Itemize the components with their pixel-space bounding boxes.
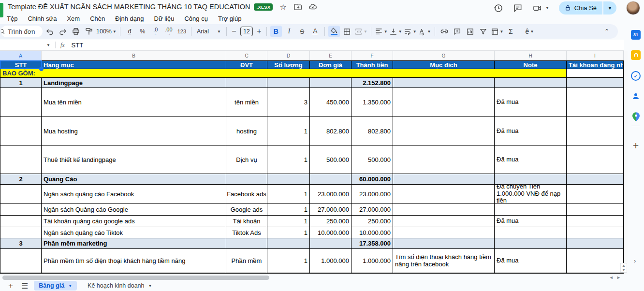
cell[interactable]: Tài khoản quảng cáo google ads — [42, 216, 226, 227]
table-views-button[interactable]: ▼ — [491, 26, 504, 37]
cell[interactable] — [567, 227, 624, 238]
meet-video-icon[interactable]: ▼ — [532, 3, 549, 13]
cell[interactable]: 23.000.000 — [310, 185, 351, 204]
cell[interactable] — [393, 185, 495, 204]
strikethrough-button[interactable]: S — [296, 26, 308, 37]
cell[interactable]: Landingpage — [42, 78, 226, 88]
cell[interactable]: Đã mua — [495, 216, 567, 227]
cell[interactable] — [567, 204, 624, 216]
comments-icon[interactable] — [513, 3, 523, 13]
cell[interactable]: Tìm số điện thoại khách hàng tiềm năng t… — [393, 249, 495, 274]
font-size-input[interactable]: 12 — [240, 27, 253, 36]
cell[interactable]: 450.000 — [310, 88, 351, 117]
column-header-C[interactable]: C — [226, 51, 267, 60]
cell[interactable]: 60.000.000 — [351, 174, 393, 185]
format-percent-button[interactable]: % — [137, 26, 148, 37]
menu-data[interactable]: Dữ liệu — [154, 15, 175, 22]
decrease-font-size-button[interactable]: − — [230, 26, 238, 37]
move-to-folder-icon[interactable] — [293, 3, 302, 11]
cell[interactable] — [495, 238, 567, 249]
cell[interactable]: 802.800 — [351, 117, 393, 146]
cell[interactable] — [0, 204, 42, 216]
cell[interactable]: Thành tiền — [351, 60, 393, 69]
cell[interactable]: 1.000.000 — [351, 249, 393, 274]
cell[interactable]: 250.000 — [310, 216, 351, 227]
cell[interactable] — [267, 78, 310, 88]
version-history-icon[interactable] — [494, 3, 503, 13]
cell[interactable]: Đơn giá — [310, 60, 351, 69]
cell[interactable]: 10.000.000 — [351, 227, 393, 238]
cell[interactable] — [0, 249, 42, 274]
column-header-F[interactable]: F — [351, 51, 393, 60]
horizontal-scrollbar[interactable]: ◄ ► — [0, 275, 624, 280]
text-color-button[interactable]: A — [309, 26, 321, 37]
insert-link-button[interactable] — [439, 26, 450, 37]
cell[interactable]: Phần mềm marketing — [42, 238, 226, 249]
cell[interactable] — [393, 204, 495, 216]
print-button[interactable] — [70, 26, 82, 37]
borders-button[interactable] — [341, 26, 353, 37]
cell[interactable] — [567, 88, 624, 117]
cell[interactable]: Quảng Cáo — [42, 174, 226, 185]
menu-file[interactable]: Tệp — [7, 15, 17, 22]
cell[interactable]: ĐVT — [226, 60, 267, 69]
cell[interactable]: Phần mềm tìm số điện thoại khách hàng ti… — [42, 249, 226, 274]
cell[interactable] — [310, 78, 351, 88]
share-button[interactable]: Chia Sẻ ▼ — [559, 1, 616, 15]
cell[interactable] — [393, 174, 495, 185]
column-header-G[interactable]: G — [393, 51, 495, 60]
tasks-icon[interactable]: ✓ — [631, 71, 641, 81]
increase-font-size-button[interactable]: + — [255, 26, 263, 37]
cell[interactable] — [495, 78, 567, 88]
maps-icon[interactable] — [631, 112, 641, 121]
cell[interactable] — [267, 174, 310, 185]
cell[interactable]: 500.000 — [310, 146, 351, 174]
cell[interactable] — [393, 146, 495, 174]
cell[interactable]: 250.000 — [351, 216, 393, 227]
cell[interactable]: 1 — [267, 117, 310, 146]
fill-color-button[interactable] — [328, 26, 340, 37]
cell[interactable]: BAO GỒM: — [0, 69, 567, 78]
cell[interactable] — [310, 238, 351, 249]
search-menus-button[interactable]: Trình đơn — [1, 26, 43, 37]
cell[interactable] — [0, 216, 42, 227]
cell[interactable]: Facebook ads — [226, 185, 267, 204]
sheet-tab-ke-hoach-kinh-doanh[interactable]: Kế hoạch kinh doanh ▼ — [83, 281, 157, 291]
cell[interactable]: 1 — [0, 78, 42, 88]
paint-format-button[interactable] — [83, 26, 95, 37]
font-select[interactable]: Arial▼ — [195, 26, 223, 37]
cell[interactable] — [310, 174, 351, 185]
menu-tools[interactable]: Công cụ — [184, 15, 207, 22]
zoom-select[interactable]: 100%▼ — [96, 26, 117, 37]
get-add-ons-icon[interactable]: ＋ — [631, 140, 641, 150]
cell[interactable]: Đã mua — [495, 88, 567, 117]
cell[interactable]: Ngân sách Quảng cáo Google — [42, 204, 226, 216]
input-tools-button[interactable]: ê▼ — [524, 26, 535, 37]
column-header-B[interactable]: B — [42, 51, 226, 60]
column-header-D[interactable]: D — [267, 51, 310, 60]
menu-help[interactable]: Trợ giúp — [218, 15, 242, 22]
merge-cells-button[interactable]: ▼ — [354, 26, 367, 37]
cell[interactable] — [0, 227, 42, 238]
column-header-H[interactable]: H — [495, 51, 567, 60]
cell[interactable]: 3 — [0, 238, 42, 249]
vertical-scrollbar[interactable]: ▲▼ — [624, 51, 628, 274]
cell[interactable]: Ngân sách quảng cáo Facebook — [42, 185, 226, 204]
contacts-icon[interactable] — [631, 91, 641, 101]
add-sheet-icon[interactable]: ＋ — [7, 281, 15, 291]
cell[interactable] — [226, 238, 267, 249]
cell[interactable]: Tài khoản đăng nhập — [567, 60, 624, 69]
cell[interactable]: 1.000.000 — [310, 249, 351, 274]
cell[interactable]: hosting — [226, 117, 267, 146]
cell[interactable]: 2 — [0, 174, 42, 185]
text-wrap-button[interactable]: ▼ — [404, 26, 417, 37]
cell[interactable]: 1 — [267, 216, 310, 227]
format-currency-button[interactable]: đ — [124, 26, 135, 37]
insert-chart-button[interactable] — [465, 26, 476, 37]
cell[interactable]: 23.000.000 — [351, 185, 393, 204]
cell[interactable]: Mục đích — [393, 60, 495, 69]
cell[interactable] — [0, 185, 42, 204]
cell[interactable] — [567, 78, 624, 88]
column-header-I[interactable]: I — [567, 51, 624, 60]
insert-comment-button[interactable] — [452, 26, 463, 37]
